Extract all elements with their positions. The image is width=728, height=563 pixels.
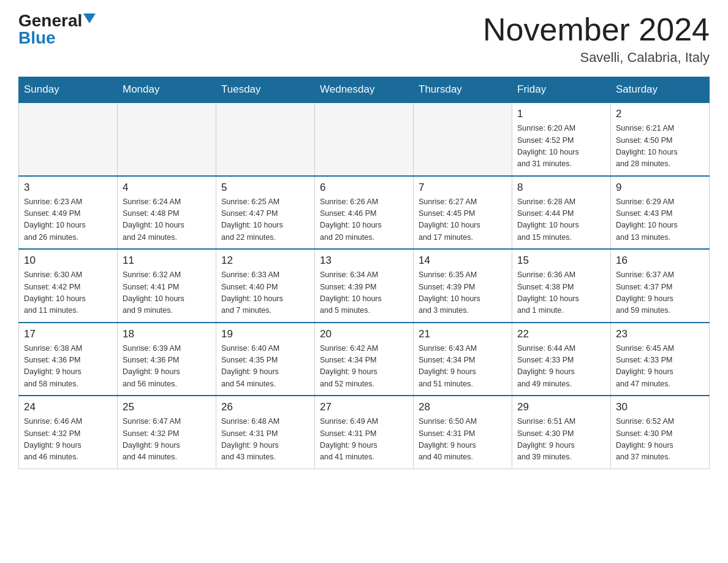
col-friday: Friday xyxy=(512,77,611,103)
day-info: Sunrise: 6:30 AMSunset: 4:42 PMDaylight:… xyxy=(24,269,112,317)
day-number: 18 xyxy=(123,328,211,340)
col-saturday: Saturday xyxy=(611,77,710,103)
day-info: Sunrise: 6:44 AMSunset: 4:33 PMDaylight:… xyxy=(517,343,605,391)
day-info: Sunrise: 6:50 AMSunset: 4:31 PMDaylight:… xyxy=(419,416,507,464)
day-number: 20 xyxy=(320,328,408,340)
calendar-cell: 1Sunrise: 6:20 AMSunset: 4:52 PMDaylight… xyxy=(512,102,611,176)
calendar-cell: 19Sunrise: 6:40 AMSunset: 4:35 PMDayligh… xyxy=(216,323,315,396)
calendar-cell xyxy=(315,102,414,176)
day-info: Sunrise: 6:48 AMSunset: 4:31 PMDaylight:… xyxy=(221,416,309,464)
calendar-week-row: 3Sunrise: 6:23 AMSunset: 4:49 PMDaylight… xyxy=(19,176,710,250)
calendar-cell: 16Sunrise: 6:37 AMSunset: 4:37 PMDayligh… xyxy=(611,249,710,323)
col-thursday: Thursday xyxy=(414,77,512,103)
calendar-cell: 8Sunrise: 6:28 AMSunset: 4:44 PMDaylight… xyxy=(512,176,611,250)
calendar-week-row: 17Sunrise: 6:38 AMSunset: 4:36 PMDayligh… xyxy=(19,323,710,396)
calendar-cell: 5Sunrise: 6:25 AMSunset: 4:47 PMDaylight… xyxy=(216,176,315,250)
day-info: Sunrise: 6:32 AMSunset: 4:41 PMDaylight:… xyxy=(123,269,211,317)
calendar-cell: 12Sunrise: 6:33 AMSunset: 4:40 PMDayligh… xyxy=(216,249,315,323)
day-number: 10 xyxy=(24,255,112,267)
day-number: 16 xyxy=(616,255,704,267)
day-number: 3 xyxy=(24,182,112,194)
day-info: Sunrise: 6:29 AMSunset: 4:43 PMDaylight:… xyxy=(616,196,704,244)
calendar-cell: 2Sunrise: 6:21 AMSunset: 4:50 PMDaylight… xyxy=(611,102,710,176)
calendar-table: Sunday Monday Tuesday Wednesday Thursday… xyxy=(18,77,710,469)
day-info: Sunrise: 6:38 AMSunset: 4:36 PMDaylight:… xyxy=(24,343,112,391)
calendar-cell: 7Sunrise: 6:27 AMSunset: 4:45 PMDaylight… xyxy=(414,176,512,250)
calendar-cell: 10Sunrise: 6:30 AMSunset: 4:42 PMDayligh… xyxy=(19,249,118,323)
calendar-cell: 30Sunrise: 6:52 AMSunset: 4:30 PMDayligh… xyxy=(611,396,710,469)
day-number: 7 xyxy=(419,182,507,194)
day-info: Sunrise: 6:52 AMSunset: 4:30 PMDaylight:… xyxy=(616,416,704,464)
calendar-subtitle: Savelli, Calabria, Italy xyxy=(483,50,710,66)
page-header: General Blue November 2024 Savelli, Cala… xyxy=(18,12,710,66)
day-number: 29 xyxy=(517,401,605,413)
calendar-cell: 14Sunrise: 6:35 AMSunset: 4:39 PMDayligh… xyxy=(414,249,512,323)
day-info: Sunrise: 6:47 AMSunset: 4:32 PMDaylight:… xyxy=(123,416,211,464)
day-info: Sunrise: 6:42 AMSunset: 4:34 PMDaylight:… xyxy=(320,343,408,391)
day-info: Sunrise: 6:39 AMSunset: 4:36 PMDaylight:… xyxy=(123,343,211,391)
calendar-cell: 22Sunrise: 6:44 AMSunset: 4:33 PMDayligh… xyxy=(512,323,611,396)
day-info: Sunrise: 6:49 AMSunset: 4:31 PMDaylight:… xyxy=(320,416,408,464)
day-info: Sunrise: 6:36 AMSunset: 4:38 PMDaylight:… xyxy=(517,269,605,317)
day-info: Sunrise: 6:45 AMSunset: 4:33 PMDaylight:… xyxy=(616,343,704,391)
calendar-cell: 27Sunrise: 6:49 AMSunset: 4:31 PMDayligh… xyxy=(315,396,414,469)
day-number: 19 xyxy=(221,328,309,340)
calendar-cell: 25Sunrise: 6:47 AMSunset: 4:32 PMDayligh… xyxy=(118,396,216,469)
day-info: Sunrise: 6:46 AMSunset: 4:32 PMDaylight:… xyxy=(24,416,112,464)
calendar-cell: 15Sunrise: 6:36 AMSunset: 4:38 PMDayligh… xyxy=(512,249,611,323)
day-info: Sunrise: 6:27 AMSunset: 4:45 PMDaylight:… xyxy=(419,196,507,244)
day-info: Sunrise: 6:23 AMSunset: 4:49 PMDaylight:… xyxy=(24,196,112,244)
day-number: 8 xyxy=(517,182,605,194)
col-monday: Monday xyxy=(118,77,216,103)
day-info: Sunrise: 6:28 AMSunset: 4:44 PMDaylight:… xyxy=(517,196,605,244)
day-number: 26 xyxy=(221,401,309,413)
calendar-cell: 23Sunrise: 6:45 AMSunset: 4:33 PMDayligh… xyxy=(611,323,710,396)
day-number: 27 xyxy=(320,401,408,413)
day-number: 11 xyxy=(123,255,211,267)
day-number: 23 xyxy=(616,328,704,340)
day-info: Sunrise: 6:21 AMSunset: 4:50 PMDaylight:… xyxy=(616,123,704,170)
day-number: 17 xyxy=(24,328,112,340)
day-info: Sunrise: 6:43 AMSunset: 4:34 PMDaylight:… xyxy=(419,343,507,391)
day-info: Sunrise: 6:33 AMSunset: 4:40 PMDaylight:… xyxy=(221,269,309,317)
day-number: 6 xyxy=(320,182,408,194)
logo-triangle-icon xyxy=(83,13,96,23)
calendar-cell: 26Sunrise: 6:48 AMSunset: 4:31 PMDayligh… xyxy=(216,396,315,469)
col-tuesday: Tuesday xyxy=(216,77,315,103)
logo-blue-text: Blue xyxy=(18,29,56,47)
calendar-cell: 20Sunrise: 6:42 AMSunset: 4:34 PMDayligh… xyxy=(315,323,414,396)
day-number: 4 xyxy=(123,182,211,194)
calendar-cell: 11Sunrise: 6:32 AMSunset: 4:41 PMDayligh… xyxy=(118,249,216,323)
day-number: 12 xyxy=(221,255,309,267)
col-wednesday: Wednesday xyxy=(315,77,414,103)
calendar-week-row: 1Sunrise: 6:20 AMSunset: 4:52 PMDaylight… xyxy=(19,102,710,176)
day-number: 15 xyxy=(517,255,605,267)
logo-general-text: General xyxy=(18,12,82,29)
day-number: 21 xyxy=(419,328,507,340)
calendar-cell: 24Sunrise: 6:46 AMSunset: 4:32 PMDayligh… xyxy=(19,396,118,469)
calendar-cell xyxy=(19,102,118,176)
day-info: Sunrise: 6:26 AMSunset: 4:46 PMDaylight:… xyxy=(320,196,408,244)
calendar-title: November 2024 xyxy=(483,12,710,47)
calendar-cell: 13Sunrise: 6:34 AMSunset: 4:39 PMDayligh… xyxy=(315,249,414,323)
day-number: 2 xyxy=(616,108,704,120)
calendar-cell: 4Sunrise: 6:24 AMSunset: 4:48 PMDaylight… xyxy=(118,176,216,250)
day-number: 9 xyxy=(616,182,704,194)
day-number: 25 xyxy=(123,401,211,413)
calendar-cell: 18Sunrise: 6:39 AMSunset: 4:36 PMDayligh… xyxy=(118,323,216,396)
calendar-title-area: November 2024 Savelli, Calabria, Italy xyxy=(483,12,710,66)
day-number: 24 xyxy=(24,401,112,413)
day-number: 28 xyxy=(419,401,507,413)
day-info: Sunrise: 6:25 AMSunset: 4:47 PMDaylight:… xyxy=(221,196,309,244)
day-number: 22 xyxy=(517,328,605,340)
day-info: Sunrise: 6:20 AMSunset: 4:52 PMDaylight:… xyxy=(517,123,605,170)
day-info: Sunrise: 6:40 AMSunset: 4:35 PMDaylight:… xyxy=(221,343,309,391)
calendar-cell: 21Sunrise: 6:43 AMSunset: 4:34 PMDayligh… xyxy=(414,323,512,396)
calendar-cell: 17Sunrise: 6:38 AMSunset: 4:36 PMDayligh… xyxy=(19,323,118,396)
day-info: Sunrise: 6:37 AMSunset: 4:37 PMDaylight:… xyxy=(616,269,704,317)
day-info: Sunrise: 6:35 AMSunset: 4:39 PMDaylight:… xyxy=(419,269,507,317)
day-number: 14 xyxy=(419,255,507,267)
calendar-cell xyxy=(414,102,512,176)
day-info: Sunrise: 6:34 AMSunset: 4:39 PMDaylight:… xyxy=(320,269,408,317)
day-number: 5 xyxy=(221,182,309,194)
